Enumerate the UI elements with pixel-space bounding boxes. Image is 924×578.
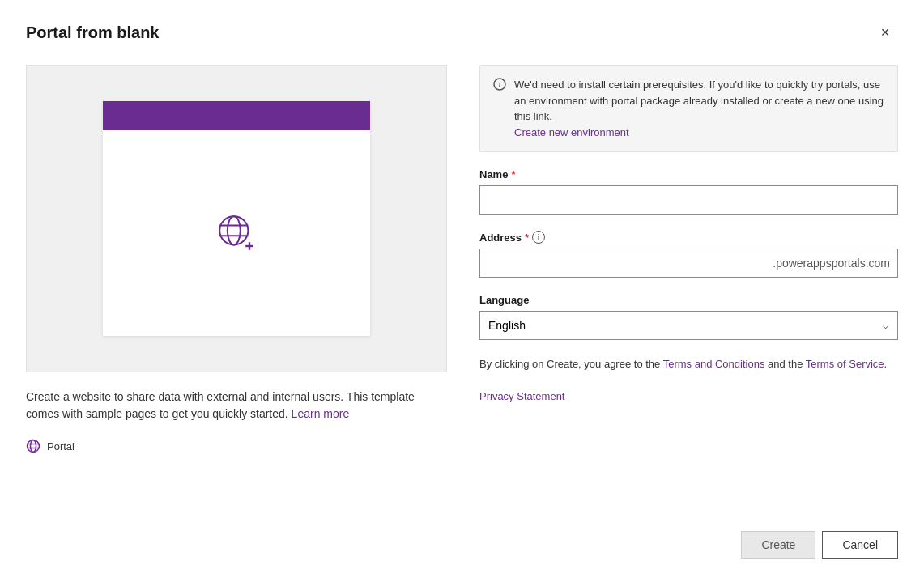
- info-icon: i: [493, 78, 506, 140]
- terms-service-link[interactable]: Terms of Service: [806, 358, 884, 370]
- dialog-title: Portal from blank: [26, 23, 159, 42]
- name-required-star: *: [511, 168, 515, 181]
- address-input[interactable]: [479, 249, 898, 278]
- address-label: Address * i: [479, 231, 898, 244]
- address-form-group: Address * i .powerappsportals.com: [479, 231, 898, 278]
- create-new-environment-link[interactable]: Create new environment: [514, 126, 629, 138]
- learn-more-link[interactable]: Learn more: [292, 407, 350, 420]
- left-panel: Create a website to share data with exte…: [26, 65, 447, 515]
- preview-inner: [103, 101, 370, 336]
- globe-plus-icon: [211, 207, 262, 259]
- language-label: Language: [479, 294, 898, 306]
- right-panel: i We'd need to install certain prerequis…: [479, 65, 898, 515]
- description-text: Create a website to share data with exte…: [26, 389, 447, 423]
- preview-content: [103, 130, 370, 336]
- dialog-body: Create a website to share data with exte…: [26, 65, 898, 515]
- address-info-icon[interactable]: i: [532, 231, 545, 244]
- close-button[interactable]: ×: [872, 19, 898, 45]
- info-banner: i We'd need to install certain prerequis…: [479, 65, 898, 152]
- terms-text: By clicking on Create, you agree to the …: [479, 356, 898, 373]
- preview-box: [26, 65, 447, 372]
- privacy-statement-link[interactable]: Privacy Statement: [479, 390, 565, 402]
- svg-text:i: i: [499, 80, 501, 89]
- svg-point-0: [219, 216, 248, 244]
- svg-point-7: [31, 440, 36, 453]
- address-required-star: *: [525, 232, 529, 244]
- svg-point-6: [28, 440, 40, 453]
- info-banner-text: We'd need to install certain prerequisit…: [514, 77, 884, 140]
- name-input[interactable]: [479, 185, 898, 215]
- language-form-group: Language English French German Spanish J…: [479, 294, 898, 340]
- terms-conditions-link[interactable]: Terms and Conditions: [663, 358, 765, 370]
- tag-label: Portal: [47, 440, 75, 453]
- create-button[interactable]: Create: [741, 531, 815, 559]
- preview-bar: [103, 101, 370, 130]
- cancel-button[interactable]: Cancel: [822, 531, 898, 559]
- address-input-wrapper: .powerappsportals.com: [479, 249, 898, 278]
- name-label: Name *: [479, 168, 898, 181]
- svg-point-1: [228, 216, 241, 244]
- privacy-statement-wrapper: Privacy Statement: [479, 389, 898, 402]
- portal-from-blank-dialog: Portal from blank ×: [0, 0, 924, 578]
- dialog-header: Portal from blank ×: [26, 19, 898, 45]
- language-select-wrapper: English French German Spanish Japanese ⌵: [479, 311, 898, 340]
- language-select[interactable]: English French German Spanish Japanese: [479, 311, 898, 340]
- dialog-footer: Create Cancel: [26, 515, 898, 559]
- tag-row: Portal: [26, 439, 447, 453]
- portal-globe-icon: [26, 439, 40, 453]
- name-form-group: Name *: [479, 168, 898, 215]
